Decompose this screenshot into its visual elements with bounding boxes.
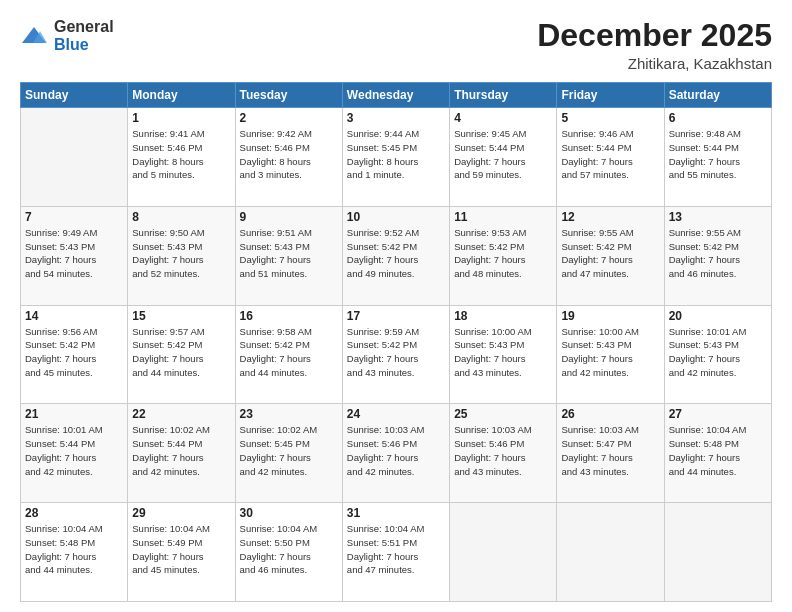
col-wednesday: Wednesday xyxy=(342,83,449,108)
day-info: Sunrise: 9:55 AMSunset: 5:42 PMDaylight:… xyxy=(561,226,659,281)
table-row: 12Sunrise: 9:55 AMSunset: 5:42 PMDayligh… xyxy=(557,206,664,305)
day-number: 26 xyxy=(561,407,659,421)
day-number: 7 xyxy=(25,210,123,224)
day-info: Sunrise: 10:04 AMSunset: 5:51 PMDaylight… xyxy=(347,522,445,577)
day-info: Sunrise: 9:56 AMSunset: 5:42 PMDaylight:… xyxy=(25,325,123,380)
table-row xyxy=(557,503,664,602)
day-info: Sunrise: 10:03 AMSunset: 5:46 PMDaylight… xyxy=(454,423,552,478)
table-row: 3Sunrise: 9:44 AMSunset: 5:45 PMDaylight… xyxy=(342,108,449,207)
location: Zhitikara, Kazakhstan xyxy=(537,55,772,72)
calendar-header-row: Sunday Monday Tuesday Wednesday Thursday… xyxy=(21,83,772,108)
day-number: 20 xyxy=(669,309,767,323)
day-number: 19 xyxy=(561,309,659,323)
table-row xyxy=(21,108,128,207)
day-number: 4 xyxy=(454,111,552,125)
day-info: Sunrise: 10:01 AMSunset: 5:44 PMDaylight… xyxy=(25,423,123,478)
day-number: 25 xyxy=(454,407,552,421)
table-row: 28Sunrise: 10:04 AMSunset: 5:48 PMDaylig… xyxy=(21,503,128,602)
table-row: 21Sunrise: 10:01 AMSunset: 5:44 PMDaylig… xyxy=(21,404,128,503)
day-info: Sunrise: 9:58 AMSunset: 5:42 PMDaylight:… xyxy=(240,325,338,380)
table-row: 19Sunrise: 10:00 AMSunset: 5:43 PMDaylig… xyxy=(557,305,664,404)
day-number: 28 xyxy=(25,506,123,520)
day-number: 17 xyxy=(347,309,445,323)
title-block: December 2025 Zhitikara, Kazakhstan xyxy=(537,18,772,72)
day-info: Sunrise: 10:02 AMSunset: 5:44 PMDaylight… xyxy=(132,423,230,478)
calendar-week-row: 14Sunrise: 9:56 AMSunset: 5:42 PMDayligh… xyxy=(21,305,772,404)
logo-text: General Blue xyxy=(54,18,114,54)
table-row: 22Sunrise: 10:02 AMSunset: 5:44 PMDaylig… xyxy=(128,404,235,503)
table-row: 15Sunrise: 9:57 AMSunset: 5:42 PMDayligh… xyxy=(128,305,235,404)
table-row: 2Sunrise: 9:42 AMSunset: 5:46 PMDaylight… xyxy=(235,108,342,207)
day-info: Sunrise: 9:49 AMSunset: 5:43 PMDaylight:… xyxy=(25,226,123,281)
day-number: 11 xyxy=(454,210,552,224)
month-title: December 2025 xyxy=(537,18,772,53)
col-tuesday: Tuesday xyxy=(235,83,342,108)
day-number: 9 xyxy=(240,210,338,224)
day-info: Sunrise: 9:44 AMSunset: 5:45 PMDaylight:… xyxy=(347,127,445,182)
table-row: 27Sunrise: 10:04 AMSunset: 5:48 PMDaylig… xyxy=(664,404,771,503)
table-row: 31Sunrise: 10:04 AMSunset: 5:51 PMDaylig… xyxy=(342,503,449,602)
col-thursday: Thursday xyxy=(450,83,557,108)
table-row: 7Sunrise: 9:49 AMSunset: 5:43 PMDaylight… xyxy=(21,206,128,305)
day-info: Sunrise: 9:57 AMSunset: 5:42 PMDaylight:… xyxy=(132,325,230,380)
day-info: Sunrise: 9:52 AMSunset: 5:42 PMDaylight:… xyxy=(347,226,445,281)
day-info: Sunrise: 9:51 AMSunset: 5:43 PMDaylight:… xyxy=(240,226,338,281)
day-info: Sunrise: 9:53 AMSunset: 5:42 PMDaylight:… xyxy=(454,226,552,281)
day-info: Sunrise: 10:00 AMSunset: 5:43 PMDaylight… xyxy=(561,325,659,380)
day-number: 27 xyxy=(669,407,767,421)
day-number: 14 xyxy=(25,309,123,323)
day-number: 21 xyxy=(25,407,123,421)
logo-general: General xyxy=(54,18,114,35)
day-number: 16 xyxy=(240,309,338,323)
day-number: 31 xyxy=(347,506,445,520)
day-info: Sunrise: 10:04 AMSunset: 5:49 PMDaylight… xyxy=(132,522,230,577)
day-number: 3 xyxy=(347,111,445,125)
day-number: 12 xyxy=(561,210,659,224)
header: General Blue December 2025 Zhitikara, Ka… xyxy=(20,18,772,72)
page: General Blue December 2025 Zhitikara, Ka… xyxy=(0,0,792,612)
day-info: Sunrise: 9:46 AMSunset: 5:44 PMDaylight:… xyxy=(561,127,659,182)
calendar-table: Sunday Monday Tuesday Wednesday Thursday… xyxy=(20,82,772,602)
day-info: Sunrise: 10:04 AMSunset: 5:48 PMDaylight… xyxy=(669,423,767,478)
day-number: 24 xyxy=(347,407,445,421)
calendar-week-row: 21Sunrise: 10:01 AMSunset: 5:44 PMDaylig… xyxy=(21,404,772,503)
day-info: Sunrise: 9:55 AMSunset: 5:42 PMDaylight:… xyxy=(669,226,767,281)
day-info: Sunrise: 10:04 AMSunset: 5:48 PMDaylight… xyxy=(25,522,123,577)
day-number: 13 xyxy=(669,210,767,224)
day-number: 2 xyxy=(240,111,338,125)
table-row: 25Sunrise: 10:03 AMSunset: 5:46 PMDaylig… xyxy=(450,404,557,503)
table-row: 6Sunrise: 9:48 AMSunset: 5:44 PMDaylight… xyxy=(664,108,771,207)
calendar-week-row: 1Sunrise: 9:41 AMSunset: 5:46 PMDaylight… xyxy=(21,108,772,207)
calendar-week-row: 28Sunrise: 10:04 AMSunset: 5:48 PMDaylig… xyxy=(21,503,772,602)
table-row xyxy=(664,503,771,602)
day-number: 8 xyxy=(132,210,230,224)
day-number: 23 xyxy=(240,407,338,421)
day-number: 5 xyxy=(561,111,659,125)
day-number: 22 xyxy=(132,407,230,421)
table-row: 10Sunrise: 9:52 AMSunset: 5:42 PMDayligh… xyxy=(342,206,449,305)
day-number: 6 xyxy=(669,111,767,125)
table-row xyxy=(450,503,557,602)
logo: General Blue xyxy=(20,18,114,54)
table-row: 30Sunrise: 10:04 AMSunset: 5:50 PMDaylig… xyxy=(235,503,342,602)
day-number: 29 xyxy=(132,506,230,520)
table-row: 29Sunrise: 10:04 AMSunset: 5:49 PMDaylig… xyxy=(128,503,235,602)
table-row: 1Sunrise: 9:41 AMSunset: 5:46 PMDaylight… xyxy=(128,108,235,207)
col-monday: Monday xyxy=(128,83,235,108)
table-row: 8Sunrise: 9:50 AMSunset: 5:43 PMDaylight… xyxy=(128,206,235,305)
day-info: Sunrise: 10:00 AMSunset: 5:43 PMDaylight… xyxy=(454,325,552,380)
table-row: 5Sunrise: 9:46 AMSunset: 5:44 PMDaylight… xyxy=(557,108,664,207)
day-info: Sunrise: 9:45 AMSunset: 5:44 PMDaylight:… xyxy=(454,127,552,182)
table-row: 9Sunrise: 9:51 AMSunset: 5:43 PMDaylight… xyxy=(235,206,342,305)
day-number: 18 xyxy=(454,309,552,323)
logo-blue: Blue xyxy=(54,36,89,53)
table-row: 16Sunrise: 9:58 AMSunset: 5:42 PMDayligh… xyxy=(235,305,342,404)
table-row: 14Sunrise: 9:56 AMSunset: 5:42 PMDayligh… xyxy=(21,305,128,404)
day-info: Sunrise: 10:03 AMSunset: 5:46 PMDaylight… xyxy=(347,423,445,478)
table-row: 23Sunrise: 10:02 AMSunset: 5:45 PMDaylig… xyxy=(235,404,342,503)
calendar-week-row: 7Sunrise: 9:49 AMSunset: 5:43 PMDaylight… xyxy=(21,206,772,305)
table-row: 18Sunrise: 10:00 AMSunset: 5:43 PMDaylig… xyxy=(450,305,557,404)
table-row: 13Sunrise: 9:55 AMSunset: 5:42 PMDayligh… xyxy=(664,206,771,305)
day-info: Sunrise: 9:41 AMSunset: 5:46 PMDaylight:… xyxy=(132,127,230,182)
day-info: Sunrise: 10:02 AMSunset: 5:45 PMDaylight… xyxy=(240,423,338,478)
